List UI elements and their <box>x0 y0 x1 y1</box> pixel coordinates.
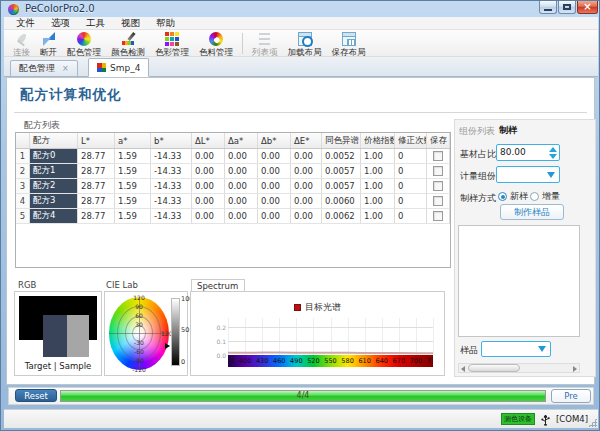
menu-item-0[interactable]: 文件 <box>8 17 43 30</box>
tab-make-sample[interactable]: 制样 <box>499 124 517 137</box>
column-header-7[interactable]: ΔE* <box>291 133 322 148</box>
radio-increment[interactable]: 增量 <box>530 190 560 203</box>
rgb-panel: Target | Sample <box>14 291 102 376</box>
gridline-v <box>433 318 434 355</box>
cell-value: 0.0057 <box>322 179 361 193</box>
row-number: 4 <box>16 194 30 208</box>
components-listbox[interactable] <box>458 225 580 337</box>
toolbar-separator <box>242 33 243 54</box>
tab-smp4[interactable]: Smp_4 <box>88 58 149 77</box>
reset-button[interactable]: Reset <box>15 389 57 402</box>
cell-value: 0.00 <box>258 179 291 193</box>
save-checkbox[interactable] <box>433 166 443 176</box>
cell-value: 0 <box>395 179 427 193</box>
cell-value: 0.0057 <box>322 164 361 178</box>
save-checkbox[interactable] <box>433 211 443 221</box>
radio-icon <box>530 192 539 201</box>
tab-close-icon[interactable]: × <box>62 65 69 73</box>
scroll-right-icon[interactable] <box>573 366 577 372</box>
tab-color-match-manage[interactable]: 配色管理 × <box>10 60 78 77</box>
table-row[interactable]: 2配方128.771.59-14.330.000.000.000.000.005… <box>16 164 450 179</box>
save-checkbox[interactable] <box>433 196 443 206</box>
toolbar-button-3[interactable]: 颜色检测 <box>106 32 150 59</box>
save-layout-icon <box>342 32 356 46</box>
radio-new-sample[interactable]: 新样 <box>498 190 528 203</box>
save-checkbox[interactable] <box>433 181 443 191</box>
column-header-8[interactable]: 同色异谱 <box>322 133 361 148</box>
table-row[interactable]: 1配方028.771.59-14.330.000.000.000.000.005… <box>16 149 450 164</box>
tab-components-list[interactable]: 组份列表 <box>459 125 495 138</box>
save-checkbox[interactable] <box>433 151 443 161</box>
cell-recipe-name[interactable]: 配方0 <box>30 149 78 163</box>
spin-down-icon[interactable] <box>549 154 557 159</box>
column-header-5[interactable]: Δa* <box>225 133 258 148</box>
close-icon: × <box>583 1 591 12</box>
app-icon <box>8 4 19 15</box>
metering-dropdown[interactable] <box>496 166 560 183</box>
metering-label: 计量组份 <box>460 170 496 183</box>
cell-value: 1.59 <box>115 164 151 178</box>
column-header-2[interactable]: a* <box>115 133 151 148</box>
column-header-1[interactable]: L* <box>78 133 115 148</box>
table-row[interactable]: 5配方428.771.59-14.330.000.000.000.000.006… <box>16 209 450 224</box>
toolbar-button-8[interactable]: 加载布局 <box>283 32 327 59</box>
recipe-list-label: 配方列表 <box>24 119 60 132</box>
toolbar-button-2[interactable]: 配色管理 <box>62 32 106 59</box>
cell-recipe-name[interactable]: 配方4 <box>30 209 78 223</box>
cell-value: 1.00 <box>361 149 395 163</box>
menu-item-3[interactable]: 视图 <box>113 17 148 30</box>
spin-up-icon[interactable] <box>549 147 557 152</box>
cell-recipe-name[interactable]: 配方2 <box>30 179 78 193</box>
toolbar-button-1[interactable]: 断开 <box>35 32 62 59</box>
color-manage-icon <box>165 32 179 46</box>
scrollbar-thumb[interactable] <box>468 364 520 372</box>
cell-value: 1.00 <box>361 164 395 178</box>
table-row[interactable]: 3配方228.771.59-14.330.000.000.000.000.005… <box>16 179 450 194</box>
horizontal-scrollbar[interactable] <box>458 363 580 373</box>
toolbar-button-9[interactable]: 保存布局 <box>327 32 371 59</box>
tabbar: 配色管理 × Smp_4 <box>4 57 598 77</box>
stepper-arrows[interactable] <box>546 145 559 160</box>
column-header-4[interactable]: ΔL* <box>192 133 225 148</box>
app-window: PeColorPro2.0 × 文件选项工具视图帮助 连接断开配色管理颜色检测色… <box>0 0 600 431</box>
toolbar-button-5[interactable]: 色料管理 <box>194 32 238 59</box>
sample-swatch <box>67 315 89 357</box>
rgb-panel-label: RGB <box>18 280 36 290</box>
maximize-button[interactable] <box>558 1 576 14</box>
cell-recipe-name[interactable]: 配方3 <box>30 194 78 208</box>
table-row[interactable]: 4配方328.771.59-14.330.000.000.000.000.006… <box>16 194 450 209</box>
menu-item-2[interactable]: 工具 <box>78 17 113 30</box>
toolbar-button-4[interactable]: 色彩管理 <box>150 32 194 59</box>
column-header-0[interactable]: 配方 <box>30 133 78 148</box>
progress-bar: 4/4 <box>60 390 546 402</box>
cell-value: 28.77 <box>78 209 115 223</box>
cielab-panel: 120906030-30-60-90-120 120 100 50 0 <box>104 291 188 376</box>
resize-grip[interactable] <box>588 418 597 427</box>
menu-item-4[interactable]: 帮助 <box>148 17 183 30</box>
menu-item-1[interactable]: 选项 <box>43 17 78 30</box>
column-header-11[interactable]: 保存 <box>427 133 450 148</box>
cell-value: 0.00 <box>258 209 291 223</box>
wavelength-bar: 370400430460490520550580610640670700730 <box>228 355 433 367</box>
toolbar-button-7: 列表项 <box>247 32 283 59</box>
minimize-button[interactable] <box>539 1 557 14</box>
device-status-badge: 测色设备 <box>501 413 535 425</box>
sample-label: 样品 <box>460 344 478 357</box>
cell-value: 0.00 <box>225 149 258 163</box>
column-header-9[interactable]: 价格指数 <box>361 133 395 148</box>
sample-dropdown[interactable] <box>481 341 551 357</box>
toolbar-button-0: 连接 <box>8 32 35 59</box>
cell-value: 0.0060 <box>322 194 361 208</box>
cell-value: -14.33 <box>151 149 192 163</box>
column-header-3[interactable]: b* <box>151 133 192 148</box>
scroll-left-icon[interactable] <box>461 366 465 372</box>
base-ratio-stepper[interactable]: 80.00 <box>496 144 560 161</box>
close-button[interactable]: × <box>577 1 598 14</box>
column-header-6[interactable]: Δb* <box>258 133 291 148</box>
chevron-down-icon <box>547 172 555 178</box>
column-header-10[interactable]: 修正次数 <box>395 133 427 148</box>
pre-button[interactable]: Pre <box>551 389 591 403</box>
lightness-label: 0 <box>181 358 185 366</box>
make-sample-button[interactable]: 制作样品 <box>500 204 564 220</box>
cell-recipe-name[interactable]: 配方1 <box>30 164 78 178</box>
